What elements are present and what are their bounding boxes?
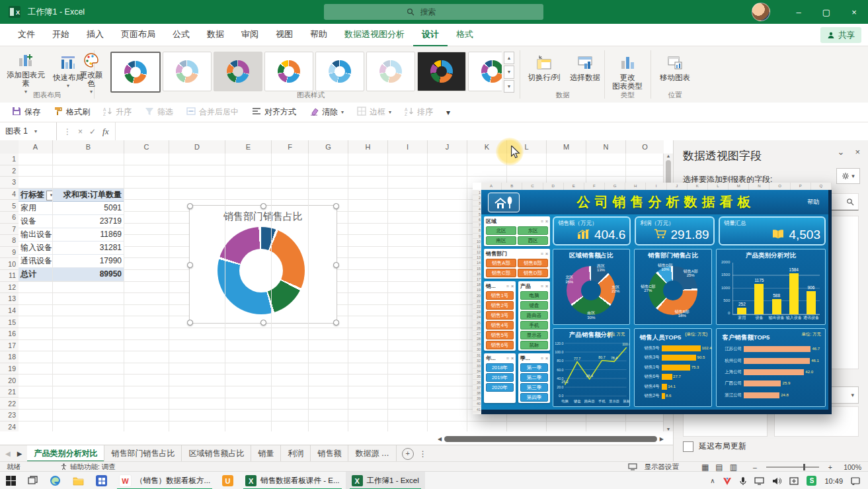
kpi-card-利润（万元）[interactable]: 利润（万元）291.89 bbox=[635, 216, 714, 245]
select-data-button[interactable]: 选择数据 bbox=[565, 50, 606, 94]
pivot-data-row[interactable]: 输入设备31281 bbox=[19, 242, 124, 255]
row-header-5[interactable]: 5 bbox=[0, 200, 19, 212]
chart-style-thumbnail[interactable] bbox=[214, 52, 262, 91]
clock[interactable]: 10:49 bbox=[824, 477, 843, 485]
column-header-A[interactable]: A bbox=[19, 140, 53, 154]
slicer-button-销售D部[interactable]: 销售D部 bbox=[518, 269, 548, 277]
row-header-15[interactable]: 15 bbox=[0, 316, 19, 328]
ribbon-tab-数据透视图分析[interactable]: 数据透视图分析 bbox=[336, 23, 413, 45]
ribbon-tab-开始[interactable]: 开始 bbox=[44, 23, 78, 45]
fields-options-button[interactable]: ▾ bbox=[836, 168, 860, 184]
row-header-16[interactable]: 16 bbox=[0, 328, 19, 340]
column-header-M[interactable]: M bbox=[547, 140, 586, 154]
slicer-button-2018年[interactable]: 2018年 bbox=[486, 363, 514, 372]
slicer-button-西区[interactable]: 西区 bbox=[518, 236, 548, 245]
column-header-E[interactable]: E bbox=[225, 140, 272, 154]
column-header-F[interactable]: F bbox=[272, 140, 309, 154]
change-colors-button[interactable]: 更改颜色 ▾ bbox=[75, 50, 107, 94]
column-header-H[interactable]: H bbox=[348, 140, 388, 154]
switch-row-column-button[interactable]: 切换行/列 bbox=[524, 50, 565, 94]
clear-filter-icon[interactable]: × bbox=[545, 219, 548, 224]
row-header-4[interactable]: 4 bbox=[0, 189, 19, 200]
scroll-left-arrow[interactable]: ◀ bbox=[438, 436, 442, 442]
ribbon-tab-插入[interactable]: 插入 bbox=[78, 23, 112, 45]
ribbon-tab-页面布局[interactable]: 页面布局 bbox=[112, 23, 164, 45]
kpi-card-销售额（万元）[interactable]: 销售额（万元）404.6 bbox=[553, 216, 631, 245]
slicer-button-手机[interactable]: 手机 bbox=[520, 321, 548, 330]
pivot-data-row[interactable]: 家用5091 bbox=[19, 202, 124, 215]
toolbar-边框[interactable]: 边框▾ bbox=[352, 105, 397, 120]
slicer-button-销售5号[interactable]: 销售5号 bbox=[486, 331, 514, 339]
column-header-J[interactable]: J bbox=[428, 140, 467, 154]
change-chart-type-button[interactable]: 更改 图表类型 bbox=[607, 50, 648, 94]
toolbar-清除[interactable]: 清除▾ bbox=[304, 105, 349, 120]
file-explorer-button[interactable] bbox=[67, 472, 90, 489]
cast-display-icon[interactable] bbox=[754, 477, 764, 485]
row-header-22[interactable]: 22 bbox=[0, 398, 19, 410]
row-header-6[interactable]: 6 bbox=[0, 212, 19, 224]
share-button[interactable]: 共享 bbox=[820, 27, 861, 43]
toolbar-保存[interactable]: 保存 bbox=[7, 105, 46, 120]
slicer-button-第三季[interactable]: 第三季 bbox=[520, 383, 548, 392]
column-header-C[interactable]: C bbox=[124, 140, 169, 154]
slicer-button-2020年[interactable]: 2020年 bbox=[486, 383, 514, 392]
notification-icon[interactable] bbox=[851, 477, 860, 485]
speaker-icon[interactable] bbox=[772, 477, 781, 485]
ribbon-tab-设计[interactable]: 设计 bbox=[413, 23, 448, 47]
zoom-slider[interactable] bbox=[766, 467, 819, 468]
resize-handle[interactable] bbox=[260, 203, 266, 209]
column-header-D[interactable]: D bbox=[169, 140, 225, 154]
resize-handle[interactable] bbox=[333, 262, 339, 268]
chart-style-thumbnail[interactable] bbox=[417, 52, 466, 91]
column-header-N[interactable]: N bbox=[586, 140, 626, 154]
ribbon-tab-文件[interactable]: 文件 bbox=[9, 23, 44, 45]
slicer-button-2019年[interactable]: 2019年 bbox=[486, 373, 514, 382]
toolbar-合并后居中[interactable]: 合并后居中 bbox=[181, 105, 244, 120]
taskbar-app-工作簿1 - Excel[interactable]: X工作簿1 - Excel bbox=[346, 472, 425, 489]
sheet-tab-产品类别分析对比[interactable]: 产品类别分析对比 bbox=[27, 445, 104, 462]
row-header-20[interactable]: 20 bbox=[0, 375, 19, 386]
resize-handle[interactable] bbox=[187, 320, 193, 326]
chart-style-thumbnail[interactable] bbox=[366, 52, 415, 91]
toolbar-排序[interactable]: AZ排序 bbox=[399, 105, 438, 120]
sheet-tab-利润[interactable]: 利润 bbox=[281, 445, 311, 462]
slicer-button-销售B部[interactable]: 销售B部 bbox=[518, 259, 548, 267]
ime-icon[interactable] bbox=[789, 477, 799, 485]
zoom-in-icon[interactable]: + bbox=[828, 463, 832, 471]
row-header-17[interactable]: 17 bbox=[0, 340, 19, 352]
sheet-tab-销售部门销售占比[interactable]: 销售部门销售占比 bbox=[104, 445, 182, 462]
row-header-18[interactable]: 18 bbox=[0, 351, 19, 363]
ribbon-tab-审阅[interactable]: 审阅 bbox=[233, 23, 267, 45]
wps-tray-icon[interactable] bbox=[723, 476, 732, 485]
slicer-button-第二季[interactable]: 第二季 bbox=[520, 373, 548, 382]
resize-handle[interactable] bbox=[187, 262, 193, 268]
row-header-9[interactable]: 9 bbox=[0, 247, 19, 259]
ribbon-tab-数据[interactable]: 数据 bbox=[198, 23, 233, 45]
slicer-button-键盘[interactable]: 键盘 bbox=[520, 301, 548, 310]
pane-close-icon[interactable]: × bbox=[855, 147, 860, 157]
pivot-data-row[interactable]: 输出设备11869 bbox=[19, 228, 124, 242]
sheet-tab-销售额[interactable]: 销售额 bbox=[311, 445, 348, 462]
store-app-button[interactable] bbox=[90, 472, 113, 489]
sheet-more-icon[interactable]: ⋮ bbox=[419, 449, 427, 459]
resize-handle[interactable] bbox=[187, 203, 193, 209]
ribbon-tab-视图[interactable]: 视图 bbox=[267, 23, 301, 45]
new-sheet-button[interactable]: + bbox=[402, 448, 414, 460]
taskbar-app-uapp[interactable]: U bbox=[216, 472, 239, 489]
slicer-button-显示器[interactable]: 显示器 bbox=[520, 331, 548, 339]
row-header-12[interactable]: 12 bbox=[0, 282, 19, 294]
formula-input[interactable] bbox=[116, 122, 868, 140]
column-headers[interactable]: ABCDEFGHIJKLMNOP bbox=[19, 140, 664, 154]
row-header-10[interactable]: 10 bbox=[0, 258, 19, 270]
slicer-button-销售2号[interactable]: 销售2号 bbox=[486, 301, 514, 310]
sheet-tab-数据源 …[interactable]: 数据源 … bbox=[348, 445, 396, 462]
pivot-row-labels-header[interactable]: 行标签▾ bbox=[19, 189, 53, 201]
slicer-button-电脑[interactable]: 电脑 bbox=[520, 291, 548, 300]
row-header-11[interactable]: 11 bbox=[0, 270, 19, 282]
slicer-button-南区[interactable]: 南区 bbox=[486, 236, 516, 245]
start-button[interactable] bbox=[0, 472, 22, 489]
search-input[interactable] bbox=[419, 7, 461, 17]
scroll-up-arrow[interactable]: ▲ bbox=[664, 154, 673, 158]
zoom-level[interactable]: 100% bbox=[839, 463, 861, 471]
row-headers[interactable]: 1234567891011121314151617181920212223242… bbox=[0, 154, 19, 431]
